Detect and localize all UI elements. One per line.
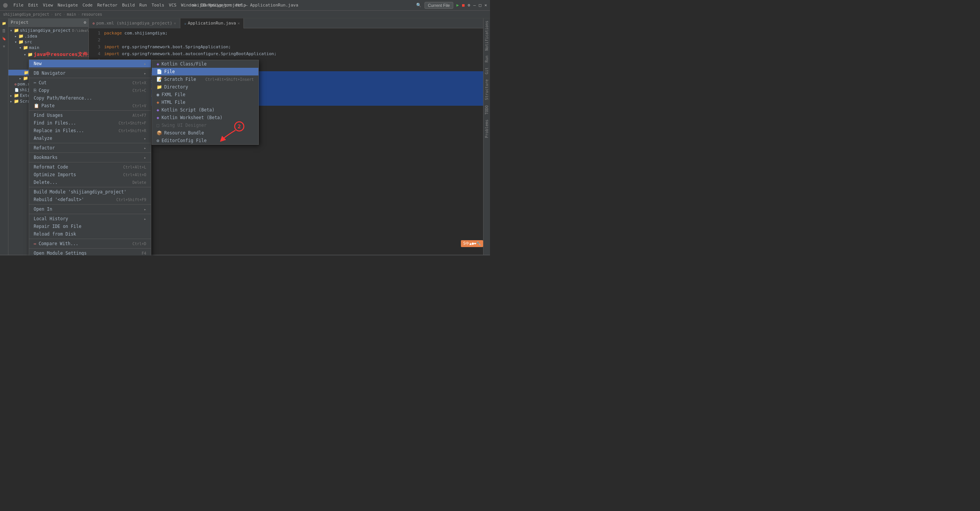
menu-run[interactable]: Run [137, 2, 149, 8]
menu-item-delete[interactable]: Delete... Delete [29, 179, 151, 186]
breadcrumb-part-2[interactable]: src [54, 12, 61, 16]
menu-refactor[interactable]: Refactor [95, 2, 119, 8]
scratch-icon: 📝 [157, 77, 162, 82]
tab-pom[interactable]: ⚙ pom.xml (shijiangdiya_project) ✕ [89, 18, 180, 28]
menu-item-copy[interactable]: ⎘ Copy Ctrl+C [29, 87, 151, 94]
new-submenu-item-resourcebundle[interactable]: 📦 Resource Bundle [152, 129, 258, 137]
menu-item-openin[interactable]: Open In ▸ [29, 205, 151, 213]
menu-sep-4 [29, 143, 151, 143]
search-icon[interactable]: 🔍 [416, 3, 421, 8]
db-browser-icon[interactable]: 🗄 [1, 28, 8, 34]
menu-item-refactor[interactable]: Refactor ▸ [29, 144, 151, 152]
menu-vcs[interactable]: VCS [167, 2, 178, 8]
menu-item-reformatcode-label: Reformat Code [34, 164, 68, 170]
menu-view[interactable]: View [41, 2, 55, 8]
menu-tools[interactable]: Tools [150, 2, 166, 8]
breadcrumb: shijiangdiya_project › src › main › reso… [0, 11, 490, 18]
menu-item-analyze[interactable]: Analyze ▸ [29, 134, 151, 142]
tab-pom-close[interactable]: ✕ [174, 21, 176, 25]
structure-icon-left[interactable]: ≡ [1, 43, 8, 50]
tree-item-src[interactable]: ▾ 📁 src [8, 39, 88, 45]
project-panel-settings[interactable]: ⚙ [83, 20, 86, 25]
new-submenu-item-scratchfile[interactable]: 📝 Scratch File Ctrl+Alt+Shift+Insert [152, 75, 258, 83]
chevron-right-icon: ▸ [15, 34, 17, 38]
new-submenu-item-directory[interactable]: 📁 Directory [152, 83, 258, 91]
chevron-right-icon-test: ▸ [19, 76, 21, 80]
right-panel-problems[interactable]: Problems [484, 117, 490, 140]
menu-navigate[interactable]: Navigate [56, 2, 80, 8]
menu-item-bookmarks[interactable]: Bookmarks ▸ [29, 154, 151, 161]
menu-sep-1 [29, 68, 151, 69]
menu-file[interactable]: File [11, 2, 26, 8]
directory-icon: 📁 [157, 84, 162, 90]
menu-build[interactable]: Build [120, 2, 137, 8]
menu-item-openmodulesettings[interactable]: Open Module Settings F4 [29, 249, 151, 256]
run-button[interactable]: ▶ [456, 3, 459, 8]
new-submenu-item-editorconfig[interactable]: ⚙ EditorConfig File [152, 137, 258, 144]
html-icon: ◈ [157, 100, 159, 105]
menu-item-openin-label: Open In [34, 206, 52, 212]
menu-item-new[interactable]: New ▸ [29, 60, 151, 67]
menu-item-replaceinfiles-label: Replace in Files... [34, 128, 84, 133]
tree-item-root[interactable]: ▾ 📁 shijiangdiya_project D:\idea\project… [8, 28, 88, 33]
line-num-3: 3 [89, 44, 100, 51]
project-icon[interactable]: 📁 [1, 20, 8, 27]
right-panel-run[interactable]: Run [484, 53, 490, 65]
menu-item-optimizeimports[interactable]: Optimize Imports Ctrl+Alt+O [29, 171, 151, 179]
menu-item-comparewith[interactable]: ⇔ Compare With... Ctrl+D [29, 240, 151, 247]
menu-edit[interactable]: Edit [26, 2, 41, 8]
menu-item-findinfiles[interactable]: Find in Files... Ctrl+Shift+F [29, 119, 151, 127]
submenu-arrow-localhistory: ▸ [144, 217, 146, 221]
right-panel-notifications[interactable]: Notifications [484, 18, 490, 53]
java-folder-icon: 📁 [28, 52, 33, 57]
chevron-right-icon-ext: ▸ [10, 93, 12, 98]
menu-item-copy-shortcut: Ctrl+C [132, 88, 146, 93]
menu-item-localhistory[interactable]: Local History ▸ [29, 215, 151, 223]
tree-item-main[interactable]: ▾ 📁 main [8, 45, 88, 51]
new-submenu-item-kotlinworksheet[interactable]: ◈ Kotlin Worksheet (Beta) [152, 114, 258, 121]
new-submenu-item-kotlinscript[interactable]: ◈ Kotlin Script (Beta) [152, 106, 258, 114]
breadcrumb-part-4[interactable]: resources [82, 12, 102, 16]
menu-item-repairide[interactable]: Repair IDE on File [29, 223, 151, 230]
close-button[interactable]: ✕ [484, 3, 487, 8]
menu-item-replaceinfiles[interactable]: Replace in Files... Ctrl+Shift+R [29, 127, 151, 134]
menu-item-buildmodule[interactable]: Build Module 'shijiangdiya_project' [29, 188, 151, 196]
tree-item-idea[interactable]: ▸ 📁 .idea [8, 33, 88, 39]
right-panel-structure[interactable]: Structure [484, 77, 490, 102]
right-panel-todo[interactable]: TODO [484, 103, 490, 117]
menu-item-reformatcode[interactable]: Reformat Code Ctrl+Alt+L [29, 163, 151, 171]
menu-item-rebuild-shortcut: Ctrl+Shift+F9 [116, 198, 146, 202]
menu-item-findusages[interactable]: Find Usages Alt+F7 [29, 111, 151, 119]
menu-item-dbnavigator[interactable]: DB Navigator ▸ [29, 69, 151, 77]
tree-item-java[interactable]: ▾ 📁 java中resources文件夹右键 [8, 51, 88, 58]
code-line-2 [104, 37, 483, 44]
tab-apprun-close[interactable]: ✕ [237, 21, 240, 25]
new-submenu-item-htmlfile[interactable]: ◈ HTML File [152, 98, 258, 106]
stop-button[interactable]: ■ [462, 3, 465, 8]
sonarlint-badge: S中▲●❤🔧 [461, 240, 483, 247]
new-submenu-item-fxmlfile[interactable]: ◉ FXML File [152, 91, 258, 98]
menu-item-reloaddisk[interactable]: Reload from Disk [29, 230, 151, 238]
menu-item-bookmarks-label: Bookmarks [34, 155, 57, 160]
new-submenu-item-file[interactable]: 📄 File [152, 68, 258, 75]
breadcrumb-part-3[interactable]: main [67, 12, 76, 16]
current-file-button[interactable]: Current File [425, 2, 453, 9]
new-submenu-item-kotlinclass[interactable]: ◈ Kotlin Class/File [152, 60, 258, 68]
right-panel-git[interactable]: Git [484, 65, 490, 77]
bookmarks-icon-left[interactable]: 🔖 [1, 35, 8, 42]
menu-item-comparewith-label: Compare With... [39, 241, 78, 246]
new-submenu-item-file-label: File [164, 69, 175, 74]
settings-icon[interactable]: ⚙ [468, 3, 470, 8]
menu-code[interactable]: Code [80, 2, 95, 8]
menu-item-localhistory-label: Local History [34, 216, 68, 221]
menu-item-cut[interactable]: ✂ Cut Ctrl+X [29, 79, 151, 87]
minimize-button[interactable]: — [473, 3, 476, 8]
breadcrumb-part-1[interactable]: shijiangdiya_project [3, 12, 49, 16]
menu-item-paste[interactable]: 📋 Paste Ctrl+V [29, 102, 151, 110]
tab-apprun[interactable]: ☕ ApplicationRun.java ✕ [180, 18, 244, 28]
project-panel-title: Project [11, 20, 28, 25]
menu-item-copypath[interactable]: Copy Path/Reference... [29, 94, 151, 102]
restore-button[interactable]: □ [479, 3, 482, 8]
menu-item-paste-label: Paste [41, 103, 55, 108]
menu-item-rebuild[interactable]: Rebuild '<default>' Ctrl+Shift+F9 [29, 196, 151, 203]
